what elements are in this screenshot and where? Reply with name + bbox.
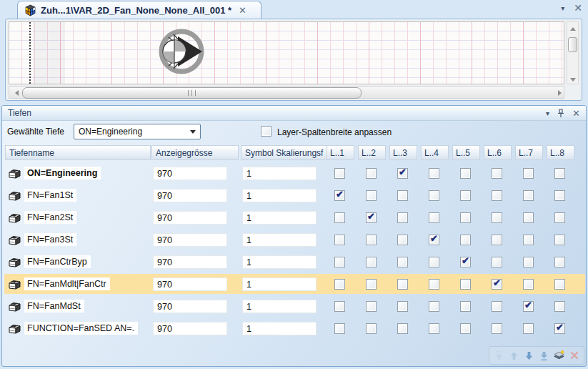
scroll-down-icon[interactable]: [568, 74, 578, 84]
layer-checkbox[interactable]: [523, 279, 534, 290]
layer-checkbox[interactable]: [397, 190, 408, 201]
depth-name-cell[interactable]: FN=Fan2St: [24, 211, 76, 224]
layer-checkbox[interactable]: [366, 279, 377, 290]
layer-checkbox[interactable]: ✔: [492, 279, 502, 290]
column-header-layer[interactable]: L..2: [358, 145, 386, 160]
layer-checkbox[interactable]: [429, 190, 439, 201]
layer-checkbox[interactable]: [334, 301, 345, 312]
layer-checkbox[interactable]: [523, 257, 534, 267]
layer-checkbox[interactable]: [523, 212, 534, 223]
symbol-scale-field[interactable]: 1: [242, 233, 317, 247]
column-header-anzeigegroesse[interactable]: Anzeigegrösse: [151, 145, 239, 160]
delete-layer-icon[interactable]: [569, 350, 580, 362]
symbol-scale-field[interactable]: 1: [242, 300, 317, 313]
layer-checkbox[interactable]: [429, 279, 439, 290]
layer-checkbox[interactable]: [460, 212, 471, 223]
layer-checkbox[interactable]: [492, 168, 502, 179]
layer-checkbox[interactable]: [397, 212, 408, 223]
layer-checkbox[interactable]: [554, 257, 565, 267]
layer-checkbox[interactable]: [429, 212, 439, 223]
depth-name-cell[interactable]: FN=FanCtrByp: [24, 255, 91, 268]
layer-checkbox[interactable]: [554, 279, 565, 290]
table-row[interactable]: FN=FanMdSt9701✔: [2, 296, 587, 318]
layer-checkbox[interactable]: [366, 168, 377, 179]
layer-checkbox[interactable]: [492, 235, 502, 245]
layer-checkbox[interactable]: [397, 301, 408, 312]
layer-checkbox[interactable]: [492, 190, 502, 201]
vertical-scrollbar[interactable]: [567, 21, 579, 84]
layer-checkbox[interactable]: [334, 257, 345, 267]
display-size-field[interactable]: 970: [153, 277, 227, 291]
layer-checkbox[interactable]: [554, 235, 565, 245]
layer-checkbox[interactable]: [492, 301, 502, 312]
table-row[interactable]: ON=Engineering9701✔: [2, 163, 587, 185]
column-header-layer[interactable]: L..8: [547, 145, 574, 160]
layer-checkbox[interactable]: [492, 212, 502, 223]
layer-checkbox[interactable]: [334, 323, 345, 334]
layer-checkbox[interactable]: ✔: [366, 212, 377, 223]
display-size-field[interactable]: 970: [153, 322, 227, 335]
column-header-layer[interactable]: L..7: [515, 145, 543, 160]
symbol-scale-field[interactable]: 1: [242, 322, 317, 335]
layer-checkbox[interactable]: [554, 168, 565, 179]
selected-depth-combobox[interactable]: ON=Engineering: [74, 124, 201, 139]
layer-checkbox[interactable]: [397, 279, 408, 290]
layer-checkbox[interactable]: [429, 257, 439, 267]
table-row[interactable]: FN=FanMdlt|FanCtr9701✔: [2, 274, 587, 296]
layer-checkbox[interactable]: [397, 257, 408, 267]
layer-checkbox[interactable]: [523, 235, 534, 245]
column-header-symbol-skalierung[interactable]: Symbol Skalierungsf: [241, 145, 329, 160]
layer-checkbox[interactable]: ✔: [460, 257, 471, 267]
column-header-layer[interactable]: L..5: [452, 145, 480, 160]
display-size-field[interactable]: 970: [153, 255, 227, 269]
layer-checkbox[interactable]: [429, 323, 439, 334]
scroll-right-icon[interactable]: [554, 87, 564, 97]
layer-checkbox[interactable]: [366, 323, 377, 334]
depth-name-cell[interactable]: FN=FanMdlt|FanCtr: [24, 277, 110, 290]
layer-checkbox[interactable]: [334, 235, 345, 245]
layer-checkbox[interactable]: ✔: [523, 301, 534, 312]
layer-checkbox[interactable]: [366, 301, 377, 312]
panel-title-bar[interactable]: Tiefen ▾ ✕: [2, 106, 586, 121]
layer-checkbox[interactable]: [334, 212, 345, 223]
depth-name-cell[interactable]: ON=Engineering: [24, 167, 101, 179]
layer-column-width-checkbox[interactable]: [261, 126, 271, 137]
column-header-layer[interactable]: L..1: [327, 145, 354, 160]
symbol-scale-field[interactable]: 1: [242, 189, 317, 202]
depth-name-cell[interactable]: FUNCTION=FanSED AN=.: [24, 322, 138, 335]
document-tab[interactable]: Zuh...1\VAR_2D_Fan_None_None_All_001 * ✕: [17, 1, 261, 19]
layer-checkbox[interactable]: [366, 235, 377, 245]
horizontal-scrollbar[interactable]: [9, 86, 564, 99]
display-size-field[interactable]: 970: [153, 300, 227, 313]
table-row[interactable]: FN=Fan3St9701✔: [2, 230, 587, 252]
layer-checkbox[interactable]: [460, 190, 471, 201]
table-row[interactable]: FN=FanCtrByp9701✔: [2, 252, 587, 274]
layer-checkbox[interactable]: [429, 168, 439, 179]
layer-checkbox[interactable]: [554, 301, 565, 312]
move-up-icon[interactable]: [508, 350, 519, 362]
display-size-field[interactable]: 970: [153, 167, 227, 180]
layer-checkbox[interactable]: [523, 168, 534, 179]
layer-checkbox[interactable]: ✔: [429, 235, 439, 245]
symbol-scale-field[interactable]: 1: [242, 255, 317, 269]
layer-checkbox[interactable]: [492, 323, 502, 334]
depth-name-cell[interactable]: FN=Fan1St: [24, 189, 76, 202]
column-header-layer[interactable]: L..4: [421, 145, 449, 160]
layer-checkbox[interactable]: ✔: [554, 323, 565, 334]
tab-close-icon[interactable]: ✕: [239, 6, 246, 15]
depth-name-cell[interactable]: FN=Fan3St: [24, 233, 76, 246]
column-header-layer[interactable]: L..6: [484, 145, 512, 160]
table-row[interactable]: FN=Fan1St9701✔: [2, 185, 587, 207]
layer-checkbox[interactable]: [523, 323, 534, 334]
layer-checkbox[interactable]: [523, 190, 534, 201]
panel-menu-dropdown-icon[interactable]: ▾: [546, 109, 549, 117]
layer-checkbox[interactable]: [397, 323, 408, 334]
layer-checkbox[interactable]: [460, 168, 471, 179]
layer-checkbox[interactable]: [460, 279, 471, 290]
window-close-icon[interactable]: ✕: [574, 4, 582, 13]
layer-checkbox[interactable]: [366, 257, 377, 267]
layer-checkbox[interactable]: [366, 190, 377, 201]
display-size-field[interactable]: 970: [153, 189, 227, 202]
layer-checkbox[interactable]: [492, 257, 502, 267]
panel-close-icon[interactable]: ✕: [572, 109, 580, 118]
